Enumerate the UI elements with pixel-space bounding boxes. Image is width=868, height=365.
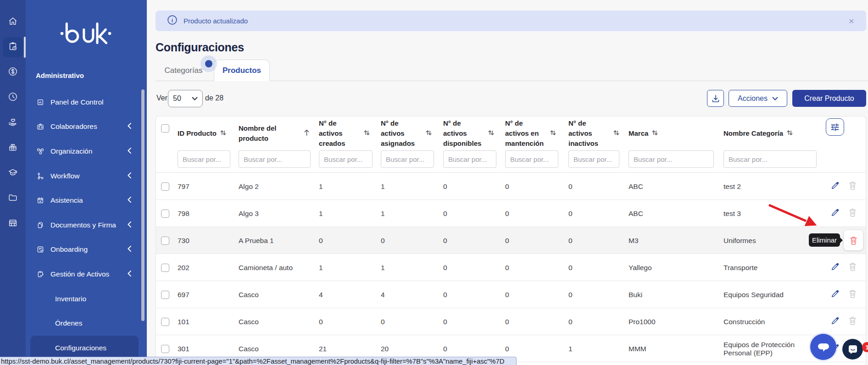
sort-icon[interactable] (613, 129, 620, 138)
column-settings-button[interactable] (826, 118, 844, 136)
page-size-select[interactable]: 50 (168, 90, 203, 107)
row-checkbox[interactable] (161, 237, 169, 245)
delete-button[interactable] (849, 316, 857, 327)
chat-button-primary[interactable] (810, 334, 836, 360)
filter-input-n-de-activos-disponibles[interactable] (443, 150, 496, 168)
chevron-left-icon (128, 246, 131, 253)
filter-input-n-de-activos-creados[interactable] (319, 150, 373, 168)
cell-creados: 0 (319, 227, 372, 254)
alert-close-icon[interactable]: × (849, 16, 854, 27)
rail-clipboard-clock-button[interactable] (3, 37, 23, 57)
rail-folder-button[interactable] (3, 188, 23, 209)
page-title: Configuraciones (156, 41, 244, 54)
row-checkbox[interactable] (161, 264, 169, 272)
column-header-marca[interactable]: Marca (629, 128, 648, 138)
acciones-button[interactable]: Acciones (729, 90, 787, 107)
row-checkbox[interactable] (161, 182, 169, 191)
sort-icon[interactable] (488, 129, 495, 138)
folder-icon (8, 193, 18, 205)
rail-storefront-button[interactable] (3, 214, 23, 234)
filter-input-n-de-activos-inactivos[interactable] (568, 150, 619, 168)
sidebar-scrollbar[interactable] (141, 89, 145, 321)
edit-button[interactable] (831, 262, 840, 273)
rail-home-button[interactable] (3, 12, 23, 32)
sidebar-item-7[interactable]: Gestión de Activos (26, 262, 147, 287)
cell-nombre: Algo 3 (239, 200, 310, 227)
sort-icon[interactable] (304, 129, 310, 138)
edit-button[interactable] (831, 289, 840, 300)
delete-button[interactable] (849, 208, 857, 219)
sidebar-item-3[interactable]: Workflow (26, 164, 147, 188)
filter-input-nombre-del-producto[interactable] (239, 150, 311, 168)
column-header-nombre-del-producto[interactable]: Nombre del producto (239, 123, 300, 144)
rail-gift-button[interactable] (3, 138, 23, 158)
rail-clock-button[interactable] (3, 88, 23, 108)
filter-input-id-producto[interactable] (178, 150, 230, 168)
crear-producto-button[interactable]: Crear Producto (792, 90, 866, 107)
download-button[interactable] (707, 90, 724, 107)
column-header-n-de-activos-creados[interactable]: N° de activos creados (319, 118, 360, 149)
column-header-n-de-activos-asignados[interactable]: N° de activos asignados (381, 118, 422, 149)
column-header-n-de-activos-inactivos[interactable]: N° de activos inactivos (568, 118, 610, 149)
select-all-checkbox[interactable] (161, 124, 169, 133)
edit-button[interactable] (831, 181, 840, 192)
filter-input-nombre-categor-a[interactable] (723, 150, 817, 168)
delete-button[interactable] (849, 289, 857, 300)
row-checkbox[interactable] (161, 345, 169, 353)
filter-input-marca[interactable] (629, 150, 714, 168)
filter-input-n-de-activos-en-mantenci-n[interactable] (505, 150, 558, 168)
sidebar-item-0[interactable]: Panel de Control (26, 90, 147, 115)
edit-button[interactable] (831, 208, 840, 219)
rail-dollar-circle-button[interactable] (3, 62, 23, 83)
column-header-n-de-activos-en-mantenci-n[interactable]: N° de activos en mantención (505, 118, 546, 149)
cell-asignados: 0 (381, 308, 434, 335)
row-checkbox[interactable] (161, 291, 169, 299)
delete-button[interactable] (849, 262, 857, 273)
cell-inactivos: 0 (568, 254, 618, 281)
dollar-circle-icon (8, 66, 18, 78)
table-row-101: 101Casco00000Pro1000Construcción (156, 308, 866, 335)
chat-button-secondary[interactable] (842, 339, 863, 359)
sort-icon[interactable] (550, 129, 556, 138)
tab-productos[interactable]: Productos (214, 60, 270, 81)
main-content: Producto actualizado × Configuraciones C… (147, 0, 868, 365)
workflow-icon (37, 172, 44, 180)
table-row-797: 797Algo 211000ABCtest 2 (156, 173, 866, 200)
home-icon (8, 16, 18, 28)
delete-button-highlight[interactable] (844, 230, 863, 250)
rail-hand-heart-button[interactable] (3, 113, 23, 133)
clock-icon (8, 92, 18, 104)
sort-icon[interactable] (425, 129, 432, 138)
chevron-left-icon (128, 271, 131, 278)
filter-input-n-de-activos-asignados[interactable] (381, 150, 434, 168)
sort-icon[interactable] (220, 129, 227, 138)
sidebar-item-6[interactable]: Onboarding (26, 238, 147, 262)
chevron-left-icon (128, 197, 131, 204)
sidebar: ·buk· Administrativo Panel de Control Co… (26, 0, 147, 365)
rail-graduation-cap-button[interactable] (3, 163, 23, 183)
table-row-697: 697Casco44000BukiEquipos Seguridad (156, 281, 866, 308)
column-header-nombre-categor-a[interactable]: Nombre Categoría (723, 128, 783, 138)
sidebar-item-2[interactable]: Organización (26, 139, 147, 164)
sidebar-item-4[interactable]: Asistencia (26, 188, 147, 213)
table-row-730: 730A Prueba 100000M3Uniformes Eliminar (156, 227, 866, 254)
row-checkbox[interactable] (161, 210, 169, 218)
sort-icon[interactable] (363, 129, 370, 138)
sidebar-item-1[interactable]: Colaboradores (26, 115, 147, 139)
sort-icon[interactable] (786, 129, 793, 138)
edit-button[interactable] (831, 316, 840, 327)
sort-icon[interactable] (651, 129, 658, 138)
delete-button[interactable] (849, 181, 857, 192)
row-checkbox[interactable] (161, 318, 169, 326)
cell-disponibles: 0 (443, 308, 496, 335)
sidebar-subitem-ordenes[interactable]: Órdenes (26, 311, 147, 336)
messenger-icon (847, 343, 859, 355)
documents-icon (37, 221, 44, 229)
cell-inactivos: 0 (568, 281, 618, 308)
sidebar-item-5[interactable]: Documentos y Firma (26, 213, 147, 238)
graduation-cap-icon (8, 167, 18, 179)
column-header-n-de-activos-disponibles[interactable]: N° de activos disponibles (443, 118, 484, 149)
chevron-down-icon (772, 97, 778, 100)
column-header-id-producto[interactable]: ID Producto (178, 128, 217, 138)
sidebar-subitem-inventario[interactable]: Inventario (26, 287, 147, 311)
